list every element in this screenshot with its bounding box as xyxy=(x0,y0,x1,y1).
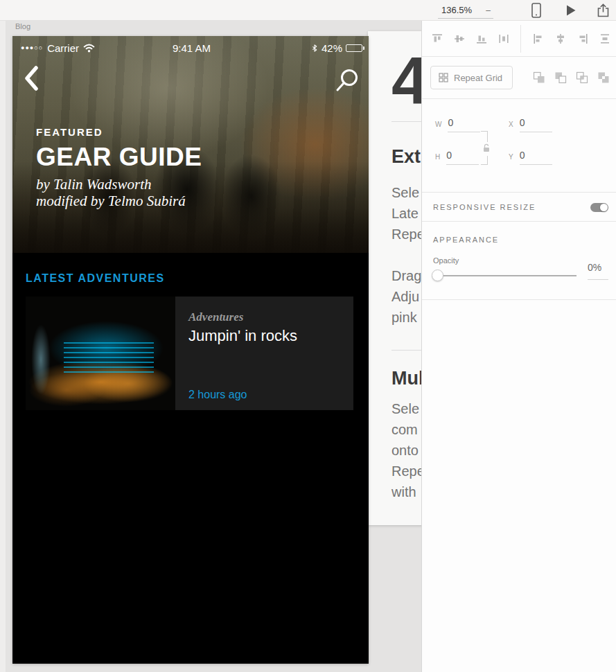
lock-aspect-icon[interactable] xyxy=(483,142,490,156)
featured-bylines: by Talin Wadsworth modified by Telmo Sub… xyxy=(36,177,202,209)
appearance-label: APPEARANCE xyxy=(433,236,499,244)
align-top-icon[interactable] xyxy=(432,33,443,44)
bluetooth-icon xyxy=(311,43,318,53)
back-chevron-icon xyxy=(23,66,39,91)
mobile-device-icon xyxy=(531,3,541,18)
tutorial-paragraph: Sele Late Repe xyxy=(391,182,425,245)
card-photo-night-city xyxy=(26,297,175,410)
property-inspector-panel: Repeat Grid xyxy=(421,21,616,672)
canvas-left-strip xyxy=(0,21,6,672)
top-toolbar: 136.5% – xyxy=(0,0,616,21)
tutorial-paragraph: Sele com onto Repe with xyxy=(391,398,425,502)
card-timestamp: 2 hours ago xyxy=(188,389,247,401)
share-icon xyxy=(597,3,610,17)
search-icon xyxy=(335,68,360,93)
align-bottom-icon[interactable] xyxy=(476,33,487,44)
y-position-field[interactable]: Y 0 xyxy=(509,150,552,165)
preview-on-device-button[interactable] xyxy=(527,1,545,19)
back-button[interactable] xyxy=(23,66,39,94)
appearance-section: APPEARANCE Opacity 0% xyxy=(422,222,616,300)
boolean-subtract-icon[interactable] xyxy=(554,71,567,84)
boolean-union-icon[interactable] xyxy=(533,71,545,84)
object-operations-row: Repeat Grid xyxy=(422,57,616,99)
opacity-slider-track[interactable] xyxy=(434,275,577,276)
play-icon xyxy=(565,4,577,17)
zoom-level-field[interactable]: 136.5% – xyxy=(438,2,493,19)
blog-artboard[interactable]: ●●●○○ Carrier 9:41 AM 42% xyxy=(12,36,369,664)
adventure-card[interactable]: Adventures Jumpin' in rocks 2 hours ago xyxy=(26,297,353,410)
latest-adventures-heading: LATEST ADVENTURES xyxy=(26,272,165,285)
tutorial-section-heading: Mul xyxy=(391,368,424,389)
height-value[interactable]: 0 xyxy=(446,150,479,165)
transform-section: W 0 X 0 H 0 Y 0 xyxy=(422,99,616,193)
featured-title: GEAR GUIDE xyxy=(36,143,202,172)
desktop-preview-button[interactable] xyxy=(561,1,580,19)
height-field[interactable]: H 0 xyxy=(435,150,479,165)
repeat-grid-label: Repeat Grid xyxy=(454,73,502,83)
y-value[interactable]: 0 xyxy=(520,150,552,165)
boolean-intersect-icon[interactable] xyxy=(576,71,588,84)
zoom-dropdown-icon[interactable]: – xyxy=(486,7,491,14)
opacity-value-field[interactable]: 0% xyxy=(588,262,608,280)
tutorial-paragraph: Drag Adju pink xyxy=(391,265,421,328)
artboard-title[interactable]: Blog xyxy=(15,22,30,30)
opacity-label: Opacity xyxy=(433,256,459,265)
x-value[interactable]: 0 xyxy=(520,117,552,132)
align-middle-icon[interactable] xyxy=(454,33,465,44)
responsive-resize-section: RESPONSIVE RESIZE xyxy=(422,193,616,222)
alignment-toolbar xyxy=(422,21,616,57)
battery-icon xyxy=(346,44,362,52)
opacity-slider-handle[interactable] xyxy=(432,269,443,281)
responsive-resize-label: RESPONSIVE RESIZE xyxy=(433,203,536,211)
featured-eyebrow: FEATURED xyxy=(36,126,202,138)
align-right-icon[interactable] xyxy=(577,33,588,44)
zoom-level-value: 136.5% xyxy=(441,5,472,15)
x-position-field[interactable]: X 0 xyxy=(509,117,552,132)
ios-status-bar: ●●●○○ Carrier 9:41 AM 42% xyxy=(21,41,362,55)
card-category: Adventures xyxy=(188,310,243,324)
distribute-vertical-icon[interactable] xyxy=(599,33,610,44)
share-button[interactable] xyxy=(594,1,613,19)
featured-article-block[interactable]: FEATURED GEAR GUIDE by Talin Wadsworth m… xyxy=(36,126,202,209)
card-title: Jumpin' in rocks xyxy=(188,327,297,345)
toolbar-divider xyxy=(520,25,521,53)
distribute-horizontal-icon[interactable] xyxy=(498,33,509,44)
align-center-icon[interactable] xyxy=(555,33,566,44)
repeat-grid-icon xyxy=(439,73,448,82)
tutorial-section-heading: Ext xyxy=(391,146,421,168)
width-field[interactable]: W 0 xyxy=(435,117,480,132)
boolean-exclude-icon[interactable] xyxy=(597,71,610,84)
width-value[interactable]: 0 xyxy=(448,117,480,132)
responsive-resize-toggle[interactable] xyxy=(590,203,608,212)
align-left-icon[interactable] xyxy=(533,33,544,44)
search-button[interactable] xyxy=(335,68,360,96)
xd-window: 136.5% – Blog 4 Ext xyxy=(0,0,616,672)
repeat-grid-button[interactable]: Repeat Grid xyxy=(430,66,513,89)
hero-photo[interactable]: ●●●○○ Carrier 9:41 AM 42% xyxy=(12,36,369,253)
battery-percent: 42% xyxy=(322,42,342,54)
